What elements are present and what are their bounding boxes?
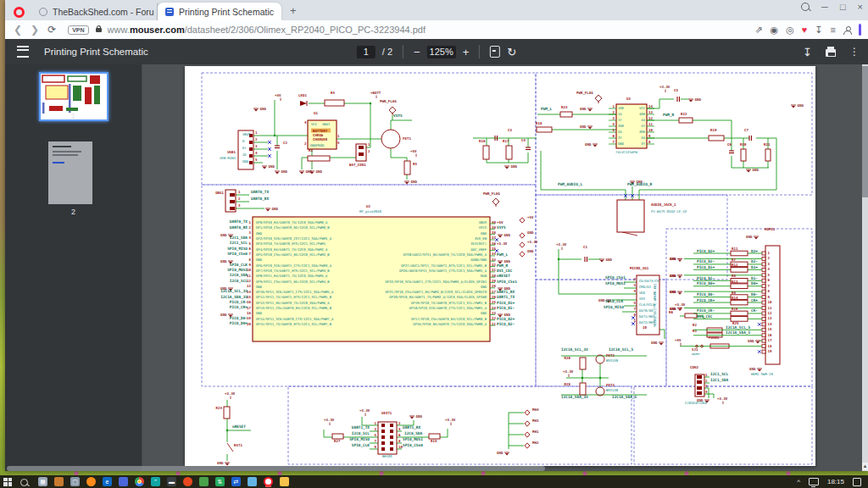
page-number-input[interactable]: 1 [357, 46, 376, 58]
sch-label: 4 [705, 390, 708, 394]
reload-button[interactable]: ⟳ [47, 24, 56, 36]
sch-label: 7 [375, 439, 377, 443]
taskbar-app-explorer[interactable] [280, 477, 289, 486]
sch-label: I2C0_SDA [230, 273, 248, 278]
sch-label: D1+ [751, 265, 758, 269]
sch-label: GND [256, 231, 263, 236]
clock[interactable]: 18:15 [827, 478, 844, 485]
more-options-button[interactable]: ⋮ [849, 46, 860, 58]
scrollbar-thumb[interactable] [862, 66, 868, 197]
sch-label: HDMI1 [765, 227, 776, 231]
sch-label: 2 [368, 149, 370, 153]
sch-label: MH3 [532, 419, 539, 423]
start-button[interactable] [3, 478, 12, 486]
lock-icon[interactable] [96, 28, 102, 32]
snapshot-icon[interactable]: ◉ [771, 25, 779, 36]
taskbar-app-chrome[interactable] [135, 477, 144, 486]
sch-label: GND [695, 97, 702, 102]
download-icon[interactable]: ↧ [815, 25, 822, 36]
tab-backshed[interactable]: TheBackShed.com - Foru [31, 3, 158, 20]
rotate-button[interactable]: ↻ [507, 46, 516, 58]
sch-label: GND [598, 298, 605, 302]
pin-pad [390, 435, 393, 439]
sch-label: GND [416, 414, 423, 419]
taskbar-app-notes[interactable] [248, 477, 257, 486]
pwr-flag-icon [389, 107, 396, 114]
menu-icon[interactable] [17, 46, 29, 58]
sidebar-toggle[interactable] [859, 24, 861, 36]
sch-label: 1 [238, 190, 241, 194]
taskbar-app-app-orange[interactable] [54, 477, 64, 486]
taskbar-app-downloads[interactable]: ⇅ [215, 477, 225, 486]
url-text[interactable]: www.mouser.com/datasheet/2/306/Olimex_RP… [108, 25, 426, 35]
zoom-level[interactable]: 125% [427, 46, 456, 58]
taskbar-app-app-teal[interactable]: ” [151, 477, 160, 486]
taskbar-app-brave[interactable] [183, 477, 192, 486]
taskbar-search-icon[interactable] [20, 474, 28, 488]
pin-pad [381, 424, 385, 427]
maximize-button[interactable]: □ [840, 2, 846, 12]
sch-label: DBG1 [215, 191, 224, 195]
minimize-button[interactable]: ─ [821, 2, 828, 12]
target-icon[interactable]: ◎ [786, 25, 794, 36]
opera-menu-icon[interactable] [14, 7, 25, 18]
download-pdf-button[interactable]: ↧ [803, 46, 812, 58]
scroll-button[interactable]: ▲ [862, 463, 868, 470]
tab-bar: TheBackShed.com - Foru Printing Print Sc… [5, 0, 868, 20]
back-button[interactable]: ❮ [14, 24, 22, 36]
profile-icon[interactable] [843, 26, 851, 34]
share-icon[interactable]: ⇗ [754, 25, 762, 36]
sch-label: UART0_RX [251, 197, 270, 202]
taskbar-app-app-green[interactable] [199, 477, 209, 486]
taskbar-app-opera[interactable] [264, 477, 273, 486]
sch-label: PICO_D0+ [230, 321, 248, 326]
taskbar-app-firefox[interactable] [86, 477, 96, 486]
sch-label: I2C1_SCL [710, 372, 729, 377]
vpn-badge[interactable]: VPN [68, 25, 88, 35]
sch-label: PICO_D0- [230, 316, 248, 321]
zoom-in-button[interactable]: + [463, 46, 470, 58]
sch-label: R27 [334, 439, 341, 443]
taskbar-app-monitor-app[interactable]: ▢ [70, 477, 80, 486]
taskbar-app-app-blue[interactable] [119, 477, 128, 486]
tray-chevron-icon[interactable]: ^ [797, 478, 800, 485]
sch-label: 2 [613, 110, 615, 114]
sch-label: 12 [768, 311, 772, 315]
close-button[interactable]: × [858, 2, 863, 12]
horizontal-scrollbar[interactable] [7, 466, 545, 471]
network-icon[interactable] [809, 478, 819, 485]
new-tab-button[interactable]: + [290, 4, 297, 17]
fit-page-button[interactable] [490, 46, 500, 58]
sch-label: R18 [536, 121, 542, 125]
taskbar-app-terminal[interactable]: ▬ [167, 477, 176, 486]
sch-label: 4 [304, 120, 307, 125]
sch-label: VBAT [322, 122, 331, 126]
pwr-flag-icon [595, 95, 602, 102]
forward-button[interactable]: ❯ [31, 24, 39, 36]
action-center-icon[interactable] [853, 478, 861, 486]
reading-list-icon[interactable]: ≡ [831, 25, 836, 35]
sch-label: +3.3V [675, 302, 686, 307]
sch-label: 6 [613, 134, 615, 138]
taskbar-app-teamviewer[interactable]: ⇄ [231, 477, 241, 486]
page-2-thumbnail[interactable] [48, 141, 92, 204]
print-button[interactable] [826, 49, 836, 57]
sch-label: 5 [613, 128, 615, 132]
taskbar-app-edge[interactable]: e [103, 477, 112, 486]
sch-label: +3.3V [497, 241, 508, 246]
zoom-out-button[interactable]: − [414, 46, 420, 58]
sch-label: I2C1A_SCL_33 [561, 347, 588, 352]
sch-label: VSYS [393, 114, 403, 118]
sch-label: SPI0_CLK [605, 299, 624, 304]
tab-pdf[interactable]: Printing Print Schematic [158, 3, 281, 20]
taskbar-app-task-view[interactable]: ▦ [38, 477, 47, 486]
sch-label: GND [585, 142, 592, 147]
sch-label: GND [220, 313, 227, 317]
transistor [381, 130, 400, 148]
vertical-scrollbar[interactable]: ▲ [862, 64, 868, 471]
sch-label: GND [256, 258, 263, 262]
search-icon[interactable] [801, 3, 810, 11]
bookmark-heart-icon[interactable]: ♥ [802, 25, 808, 35]
sch-label: I2C1A_SCL_33 [220, 289, 248, 294]
browser-window: TheBackShed.com - Foru Printing Print Sc… [5, 0, 868, 471]
